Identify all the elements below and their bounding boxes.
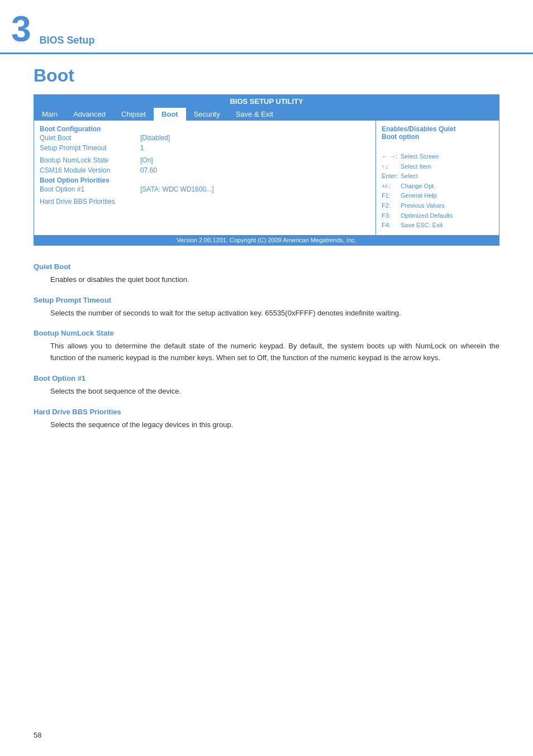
csm16-value: 07.60: [140, 166, 157, 174]
boot-option1-heading: Boot Option #1: [34, 374, 499, 382]
boot-config-header: Boot Configuration: [40, 125, 370, 133]
help-row-enter: Enter: Select: [382, 171, 493, 181]
help-desc-enter: Select: [401, 171, 418, 181]
main-content: BIOS SETUP UTILITY Main Advanced Chipset…: [0, 94, 533, 453]
nav-chipset[interactable]: Chipset: [113, 108, 154, 121]
quiet-boot-label: Quiet Boot: [40, 134, 140, 142]
setup-prompt-body: Selects the number of seconds to wait fo…: [34, 308, 499, 319]
hard-drive-heading: Hard Drive BBS Priorities: [34, 408, 499, 416]
help-desc-f1: General Help: [401, 191, 437, 201]
help-row-f2: F2: Previous Values: [382, 201, 493, 211]
quiet-boot-value: [Disabled]: [140, 134, 170, 142]
bios-title-bar: BIOS SETUP UTILITY: [34, 95, 499, 108]
csm16-row: CSM16 Module Version 07.60: [40, 166, 370, 174]
quiet-boot-heading: Quiet Boot: [34, 262, 499, 271]
boot-option1-value: [SATA: WDC WD1600...]: [140, 185, 214, 193]
page-footer: 58: [34, 731, 41, 739]
boot-config-group: Boot Configuration Quiet Boot [Disabled]…: [40, 125, 370, 152]
boot-priorities-group: Boot Option Priorities Boot Option #1 [S…: [40, 176, 370, 193]
nav-security[interactable]: Security: [186, 108, 228, 121]
numlock-body: This allows you to determine the default…: [34, 341, 499, 364]
help-row-select-screen: ← →: Select Screen: [382, 152, 493, 162]
boot-option1-row[interactable]: Boot Option #1 [SATA: WDC WD1600...]: [40, 185, 370, 193]
help-row-f1: F1: General Help: [382, 191, 493, 201]
bios-utility-box: BIOS SETUP UTILITY Main Advanced Chipset…: [34, 94, 499, 246]
bios-version: Version 2.00.1201. Copyright (C) 2009 Am…: [34, 235, 499, 245]
help-key-f3: F3:: [382, 211, 398, 221]
help-desc-f4: Save ESC: Exit: [401, 221, 442, 231]
help-key-f2: F2:: [382, 201, 398, 211]
help-desc-f2: Previous Values: [401, 201, 445, 211]
quiet-boot-row[interactable]: Quiet Boot [Disabled]: [40, 134, 370, 142]
bios-help: ← →: Select Screen ↑↓: Select Item Enter…: [382, 152, 493, 231]
boot-priorities-header: Boot Option Priorities: [40, 176, 370, 184]
help-key-updown: ↑↓:: [382, 162, 398, 172]
nav-main[interactable]: Main: [34, 108, 65, 121]
numlock-heading: Bootup NumLock State: [34, 329, 499, 337]
bios-left-panel: Boot Configuration Quiet Boot [Disabled]…: [34, 121, 376, 235]
boot-option1-body: Selects the boot sequence of the device.: [34, 386, 499, 398]
nav-advanced[interactable]: Advanced: [65, 108, 113, 121]
help-key-f4: F4:: [382, 221, 398, 231]
hard-drive-body: Selects the sequence of the legacy devic…: [34, 419, 499, 431]
quiet-boot-body: Enables or disables the quiet boot funct…: [34, 274, 499, 286]
hard-drive-row[interactable]: Hard Drive BBS Priorities: [40, 198, 370, 205]
page-header: 3 BIOS Setup: [0, 0, 533, 54]
setup-prompt-row[interactable]: Setup Prompt Timeout 1: [40, 144, 370, 152]
page-number: 3: [11, 11, 31, 47]
bios-nav: Main Advanced Chipset Boot Security Save…: [34, 108, 499, 121]
setup-prompt-heading: Setup Prompt Timeout: [34, 296, 499, 304]
nav-boot[interactable]: Boot: [154, 108, 186, 121]
help-desc-select-screen: Select Screen: [401, 152, 439, 162]
setup-prompt-value: 1: [140, 144, 144, 152]
bios-right-panel: Enables/Disables QuietBoot option ← →: S…: [376, 121, 499, 235]
nav-save-exit[interactable]: Save & Exit: [228, 108, 281, 121]
help-key-enter: Enter:: [382, 171, 398, 181]
csm16-label: CSM16 Module Version: [40, 166, 140, 174]
setup-prompt-label: Setup Prompt Timeout: [40, 144, 140, 152]
help-key-arrows: ← →:: [382, 152, 398, 162]
help-row-f4: F4: Save ESC: Exit: [382, 221, 493, 231]
numlock-row[interactable]: Bootup NumLock State [On]: [40, 156, 370, 164]
help-desc-select-item: Select Item: [401, 162, 431, 172]
help-key-plusminus: +/-:: [382, 181, 398, 192]
bios-setup-label: BIOS Setup: [37, 35, 95, 46]
numlock-label: Bootup NumLock State: [40, 156, 140, 164]
help-key-f1: F1:: [382, 191, 398, 201]
help-desc-change: Change Opt.: [401, 181, 435, 192]
help-row-change: +/-: Change Opt.: [382, 181, 493, 192]
bios-content: Boot Configuration Quiet Boot [Disabled]…: [34, 121, 499, 235]
help-row-select-item: ↑↓: Select Item: [382, 162, 493, 172]
right-panel-title: Enables/Disables QuietBoot option: [382, 125, 493, 141]
help-desc-f3: Optimized Defaults: [401, 211, 453, 221]
numlock-value: [On]: [140, 156, 153, 164]
help-row-f3: F3: Optimized Defaults: [382, 211, 493, 221]
boot-option1-label: Boot Option #1: [40, 185, 140, 193]
page-title: Boot: [0, 54, 533, 94]
hard-drive-label: Hard Drive BBS Priorities: [40, 198, 115, 205]
